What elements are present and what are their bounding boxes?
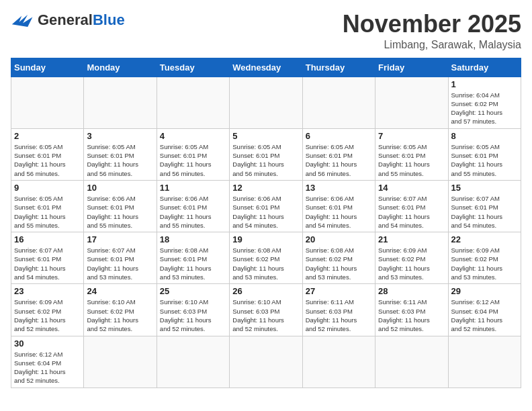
day-number: 18 — [160, 234, 226, 244]
calendar-cell: 24Sunrise: 6:10 AM Sunset: 6:02 PM Dayli… — [84, 284, 157, 336]
day-number: 3 — [87, 131, 153, 141]
day-info: Sunrise: 6:12 AM Sunset: 6:04 PM Dayligh… — [14, 350, 81, 385]
calendar-cell: 20Sunrise: 6:08 AM Sunset: 6:02 PM Dayli… — [302, 232, 375, 284]
day-info: Sunrise: 6:11 AM Sunset: 6:03 PM Dayligh… — [306, 298, 372, 333]
week-row-0: 1Sunrise: 6:04 AM Sunset: 6:02 PM Daylig… — [11, 77, 521, 128]
day-info: Sunrise: 6:10 AM Sunset: 6:03 PM Dayligh… — [160, 298, 226, 333]
day-number: 28 — [378, 286, 445, 296]
logo-icon — [11, 11, 35, 30]
day-number: 22 — [451, 234, 518, 244]
day-info: Sunrise: 6:10 AM Sunset: 6:03 PM Dayligh… — [232, 298, 299, 333]
calendar-cell — [375, 336, 448, 387]
calendar-cell — [230, 336, 302, 387]
calendar-cell: 15Sunrise: 6:07 AM Sunset: 6:01 PM Dayli… — [448, 180, 521, 232]
header: GeneralBlue November 2025 Limbang, Saraw… — [11, 11, 521, 51]
weekday-header-tuesday: Tuesday — [157, 58, 229, 77]
day-info: Sunrise: 6:05 AM Sunset: 6:01 PM Dayligh… — [160, 142, 226, 178]
day-number: 1 — [451, 79, 518, 89]
week-row-1: 2Sunrise: 6:05 AM Sunset: 6:01 PM Daylig… — [11, 128, 521, 180]
day-info: Sunrise: 6:06 AM Sunset: 6:01 PM Dayligh… — [160, 194, 226, 230]
day-info: Sunrise: 6:08 AM Sunset: 6:02 PM Dayligh… — [232, 246, 299, 281]
day-number: 20 — [306, 234, 372, 244]
day-info: Sunrise: 6:11 AM Sunset: 6:03 PM Dayligh… — [378, 298, 445, 333]
week-row-2: 9Sunrise: 6:05 AM Sunset: 6:01 PM Daylig… — [11, 180, 521, 232]
day-info: Sunrise: 6:05 AM Sunset: 6:01 PM Dayligh… — [87, 142, 153, 178]
calendar-cell — [157, 336, 229, 387]
calendar-cell: 27Sunrise: 6:11 AM Sunset: 6:03 PM Dayli… — [302, 284, 375, 336]
calendar-cell: 9Sunrise: 6:05 AM Sunset: 6:01 PM Daylig… — [11, 180, 84, 232]
calendar-cell — [157, 77, 229, 128]
calendar-cell: 3Sunrise: 6:05 AM Sunset: 6:01 PM Daylig… — [84, 128, 157, 180]
day-info: Sunrise: 6:05 AM Sunset: 6:01 PM Dayligh… — [232, 142, 299, 178]
calendar-cell: 28Sunrise: 6:11 AM Sunset: 6:03 PM Dayli… — [375, 284, 448, 336]
day-info: Sunrise: 6:04 AM Sunset: 6:02 PM Dayligh… — [451, 91, 518, 126]
day-info: Sunrise: 6:05 AM Sunset: 6:01 PM Dayligh… — [14, 194, 81, 230]
calendar-cell: 8Sunrise: 6:05 AM Sunset: 6:01 PM Daylig… — [448, 128, 521, 180]
day-number: 17 — [87, 234, 153, 244]
calendar-cell: 23Sunrise: 6:09 AM Sunset: 6:02 PM Dayli… — [11, 284, 84, 336]
day-info: Sunrise: 6:08 AM Sunset: 6:02 PM Dayligh… — [306, 246, 372, 281]
weekday-header-friday: Friday — [375, 58, 448, 77]
day-number: 9 — [14, 183, 81, 193]
calendar-cell: 12Sunrise: 6:06 AM Sunset: 6:01 PM Dayli… — [230, 180, 302, 232]
day-info: Sunrise: 6:05 AM Sunset: 6:01 PM Dayligh… — [14, 142, 81, 178]
calendar-cell: 26Sunrise: 6:10 AM Sunset: 6:03 PM Dayli… — [230, 284, 302, 336]
day-info: Sunrise: 6:07 AM Sunset: 6:01 PM Dayligh… — [378, 194, 445, 230]
week-row-4: 23Sunrise: 6:09 AM Sunset: 6:02 PM Dayli… — [11, 284, 521, 336]
calendar-cell — [302, 336, 375, 387]
calendar-cell: 10Sunrise: 6:06 AM Sunset: 6:01 PM Dayli… — [84, 180, 157, 232]
calendar-cell — [84, 336, 157, 387]
weekday-header-wednesday: Wednesday — [230, 58, 302, 77]
day-info: Sunrise: 6:05 AM Sunset: 6:01 PM Dayligh… — [306, 142, 372, 178]
calendar-cell: 4Sunrise: 6:05 AM Sunset: 6:01 PM Daylig… — [157, 128, 229, 180]
calendar-cell: 13Sunrise: 6:06 AM Sunset: 6:01 PM Dayli… — [302, 180, 375, 232]
day-number: 21 — [378, 234, 445, 244]
day-info: Sunrise: 6:07 AM Sunset: 6:01 PM Dayligh… — [451, 194, 518, 230]
day-number: 2 — [14, 131, 81, 141]
calendar-cell — [302, 77, 375, 128]
day-number: 7 — [378, 131, 445, 141]
calendar-cell: 18Sunrise: 6:08 AM Sunset: 6:01 PM Dayli… — [157, 232, 229, 284]
day-info: Sunrise: 6:09 AM Sunset: 6:02 PM Dayligh… — [378, 246, 445, 281]
weekday-header-sunday: Sunday — [11, 58, 84, 77]
calendar-cell — [375, 77, 448, 128]
day-number: 24 — [87, 286, 153, 296]
calendar-cell: 11Sunrise: 6:06 AM Sunset: 6:01 PM Dayli… — [157, 180, 229, 232]
month-title: November 2025 — [343, 11, 521, 38]
calendar-cell: 17Sunrise: 6:07 AM Sunset: 6:01 PM Dayli… — [84, 232, 157, 284]
day-info: Sunrise: 6:06 AM Sunset: 6:01 PM Dayligh… — [87, 194, 153, 230]
logo-blue-text: Blue — [93, 11, 125, 28]
day-number: 8 — [451, 131, 518, 141]
day-number: 5 — [232, 131, 299, 141]
weekday-header-monday: Monday — [84, 58, 157, 77]
day-info: Sunrise: 6:05 AM Sunset: 6:01 PM Dayligh… — [378, 142, 445, 178]
day-info: Sunrise: 6:05 AM Sunset: 6:01 PM Dayligh… — [451, 142, 518, 178]
day-number: 12 — [232, 183, 299, 193]
day-number: 27 — [306, 286, 372, 296]
weekday-header-saturday: Saturday — [448, 58, 521, 77]
day-number: 26 — [232, 286, 299, 296]
day-number: 23 — [14, 286, 81, 296]
weekday-header-row: SundayMondayTuesdayWednesdayThursdayFrid… — [11, 58, 521, 77]
weekday-header-thursday: Thursday — [302, 58, 375, 77]
calendar-cell: 14Sunrise: 6:07 AM Sunset: 6:01 PM Dayli… — [375, 180, 448, 232]
day-info: Sunrise: 6:07 AM Sunset: 6:01 PM Dayligh… — [87, 246, 153, 281]
day-info: Sunrise: 6:10 AM Sunset: 6:02 PM Dayligh… — [87, 298, 153, 333]
calendar-cell — [448, 336, 521, 387]
day-info: Sunrise: 6:06 AM Sunset: 6:01 PM Dayligh… — [232, 194, 299, 230]
day-number: 15 — [451, 183, 518, 193]
calendar-cell: 25Sunrise: 6:10 AM Sunset: 6:03 PM Dayli… — [157, 284, 229, 336]
calendar-cell: 19Sunrise: 6:08 AM Sunset: 6:02 PM Dayli… — [230, 232, 302, 284]
logo: GeneralBlue — [11, 11, 125, 30]
day-number: 16 — [14, 234, 81, 244]
day-number: 6 — [306, 131, 372, 141]
calendar-cell — [84, 77, 157, 128]
calendar-cell: 16Sunrise: 6:07 AM Sunset: 6:01 PM Dayli… — [11, 232, 84, 284]
day-number: 30 — [14, 338, 81, 349]
week-row-3: 16Sunrise: 6:07 AM Sunset: 6:01 PM Dayli… — [11, 232, 521, 284]
calendar-cell: 5Sunrise: 6:05 AM Sunset: 6:01 PM Daylig… — [230, 128, 302, 180]
calendar-cell — [230, 77, 302, 128]
location-title: Limbang, Sarawak, Malaysia — [343, 39, 521, 51]
calendar: SundayMondayTuesdayWednesdayThursdayFrid… — [11, 58, 521, 388]
calendar-cell: 1Sunrise: 6:04 AM Sunset: 6:02 PM Daylig… — [448, 77, 521, 128]
